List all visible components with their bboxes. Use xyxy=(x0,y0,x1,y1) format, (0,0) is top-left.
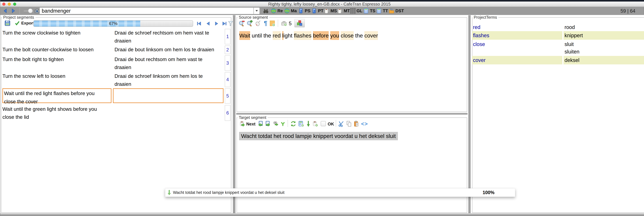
segment-target-cell[interactable]: Draai de bout linksom om hem los te draa… xyxy=(114,45,223,54)
segment-source-cell[interactable]: Turn the bolt right to tighten xyxy=(2,55,111,71)
segment-number[interactable]: 5 xyxy=(225,88,230,104)
toolbar-button-dst[interactable]: DST xyxy=(389,8,404,14)
segment-row[interactable]: Turn the screw left to loosen Draai de s… xyxy=(1,72,232,88)
active-target-cell[interactable] xyxy=(113,88,224,103)
toolbar-button-gl[interactable]: GL xyxy=(350,8,362,14)
previous-segment-icon[interactable] xyxy=(205,21,210,26)
toolbar-button-tt[interactable]: TT xyxy=(376,8,388,14)
add-note-icon[interactable] xyxy=(269,20,276,26)
vertical-splitter[interactable] xyxy=(233,15,236,213)
term-source-cell[interactable]: flashes xyxy=(472,31,562,40)
grid-icon xyxy=(350,8,356,14)
target-text[interactable]: Wacht totdat het rood lampje knippert vo… xyxy=(239,132,398,140)
term-source: flashes xyxy=(472,31,562,40)
segment-text-line: Draai de bout linksom om hem los te draa… xyxy=(114,45,223,53)
filter-funnel-icon[interactable] xyxy=(228,20,234,26)
next-button-label[interactable]: Next xyxy=(246,122,256,126)
ok-checkbox[interactable] xyxy=(321,121,326,126)
cup-icon xyxy=(324,8,330,14)
add-cup-icon[interactable] xyxy=(312,120,318,127)
segment-source-cell[interactable]: Turn the screw left to loosen xyxy=(2,72,111,88)
source-segment-panel: Source segment ¶ 5 Wait until the red li… xyxy=(236,15,468,112)
segment-target-cell[interactable]: Draai de bout rechtsom om hem vast tedra… xyxy=(114,55,223,71)
horizontal-splitter[interactable] xyxy=(236,113,468,115)
segment-text-line: Wait until the green light shows before … xyxy=(2,105,111,113)
vertical-splitter[interactable] xyxy=(468,15,471,213)
binoculars-icon[interactable] xyxy=(263,8,269,14)
segment-row[interactable]: Wait until the green light shows before … xyxy=(1,105,232,121)
insert-match-down-arrow-icon[interactable] xyxy=(167,190,171,195)
segment-number[interactable]: 3 xyxy=(225,56,230,71)
back-icon[interactable] xyxy=(2,8,8,14)
auto-assemble-icon[interactable] xyxy=(272,120,279,127)
search-dropdown-button[interactable] xyxy=(254,8,260,14)
toolbar-button-ts[interactable]: TS xyxy=(363,8,375,14)
add-to-memory-icon[interactable] xyxy=(280,20,288,26)
refresh-icon[interactable] xyxy=(290,120,296,127)
segment-source-cell[interactable]: Wait until the green light shows before … xyxy=(2,105,111,121)
segment-number[interactable]: 6 xyxy=(225,105,230,121)
segment-row[interactable]: Turn the bolt counter-clockwise to loose… xyxy=(1,45,232,54)
term-target-cell[interactable]: sluitsluiten xyxy=(564,40,644,56)
segment-target-cell[interactable] xyxy=(114,105,223,121)
term-source-cell[interactable]: red xyxy=(472,24,562,31)
transfer-right-icon[interactable] xyxy=(265,120,271,127)
transfer-left-icon[interactable] xyxy=(257,120,264,127)
match-count: 5 xyxy=(289,20,292,26)
zoom-out-icon[interactable] xyxy=(238,20,245,26)
segment-target-cell[interactable]: Draai de schroef linksom om hem los tedr… xyxy=(114,72,223,88)
resources-button-selected[interactable] xyxy=(294,19,305,27)
next-segment-icon[interactable] xyxy=(214,21,220,26)
insert-down-arrow-icon[interactable] xyxy=(306,120,311,127)
first-segment-icon[interactable] xyxy=(196,21,202,26)
toolbar-button-pt[interactable]: PT xyxy=(311,8,324,14)
source-text[interactable]: Wait until the red light flashes before … xyxy=(239,31,378,40)
segment-target-cell[interactable]: Draai de schroef rechtsom om hem vast te… xyxy=(114,28,223,45)
toolbar-button-re[interactable]: Re xyxy=(271,8,283,14)
export-file-icon[interactable] xyxy=(4,20,11,26)
add-table-icon[interactable] xyxy=(298,120,304,127)
toolbar-button-ma[interactable]: Ma xyxy=(284,8,297,14)
toolbar-button-ps[interactable]: PS xyxy=(298,8,310,14)
term-source-cell[interactable]: cover xyxy=(472,56,562,64)
cut-icon[interactable] xyxy=(338,120,344,127)
copy-icon[interactable] xyxy=(346,120,352,127)
term-target-cell[interactable]: deksel xyxy=(564,56,644,64)
forward-icon[interactable] xyxy=(10,8,16,14)
merge-fork-icon[interactable] xyxy=(280,120,286,127)
term-row[interactable]: red rood xyxy=(472,24,644,31)
ok-label: OK xyxy=(328,122,334,126)
term-row-highlighted[interactable]: cover deksel xyxy=(472,56,644,64)
term-source-cell[interactable]: close xyxy=(472,40,562,56)
camera-icon[interactable] xyxy=(34,8,40,14)
term-row[interactable]: close sluitsluiten xyxy=(472,40,644,56)
segment-number[interactable]: 1 xyxy=(225,29,230,44)
segment-number[interactable]: 2 xyxy=(225,46,230,54)
last-segment-icon[interactable] xyxy=(222,21,227,26)
segment-source-cell[interactable]: Turn the screw clockwise to tighten xyxy=(2,28,111,45)
next-cup-icon[interactable] xyxy=(239,120,246,127)
paste-clipboard-icon[interactable] xyxy=(353,120,360,127)
mouse-icon[interactable] xyxy=(254,20,261,26)
segment-source-cell[interactable]: Turn the bolt counter-clockwise to loose… xyxy=(2,45,111,54)
term-target-cell[interactable]: knippert xyxy=(564,31,644,40)
toolbar-button-ms[interactable]: MS xyxy=(324,8,337,14)
segment-number[interactable]: 4 xyxy=(225,72,230,87)
target-segment-panel: Target segment Next OK xyxy=(236,116,468,213)
segment-row[interactable]: Turn the screw clockwise to tighten Draa… xyxy=(1,28,232,45)
segment-row-active[interactable]: Wait until the red light flashes before … xyxy=(1,88,232,104)
segment-row[interactable]: Turn the bolt right to tighten Draai de … xyxy=(1,55,232,71)
term-row-highlighted[interactable]: flashes knippert xyxy=(472,31,644,40)
folder-binoculars-icon xyxy=(389,8,394,14)
zoom-in-icon[interactable] xyxy=(246,20,253,26)
active-source-cell[interactable]: Wait until the red light flashes before … xyxy=(2,88,112,103)
pilcrow-icon[interactable]: ¶ xyxy=(263,20,268,26)
term-target-cell[interactable]: rood xyxy=(564,24,644,31)
pin-slider-knob[interactable] xyxy=(28,8,33,13)
toolbar-button-mt[interactable]: MT xyxy=(337,8,350,14)
search-input[interactable] xyxy=(40,8,254,14)
export-button[interactable]: Export xyxy=(14,20,34,26)
match-suggestion-bar[interactable]: Wacht totdat het rood lampje knippert vo… xyxy=(165,188,515,197)
toolbar-button-label: PS xyxy=(305,8,310,13)
tags-icon[interactable]: <> xyxy=(361,121,368,127)
